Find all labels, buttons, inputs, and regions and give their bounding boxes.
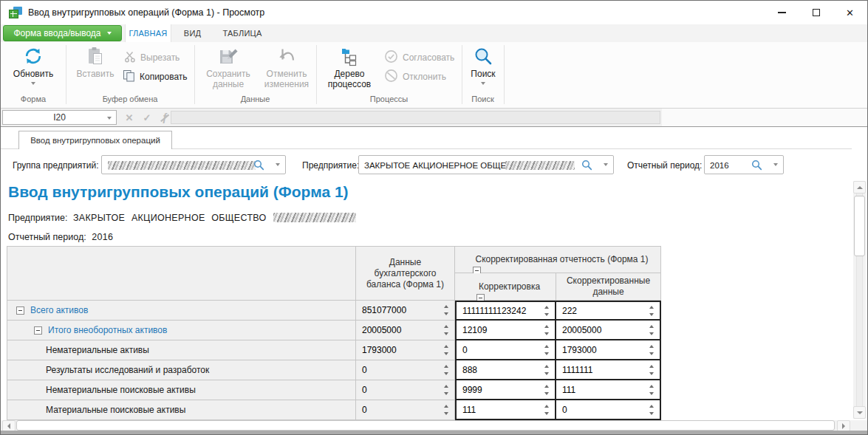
app-menu-button[interactable]: Форма ввода/вывода xyxy=(3,25,122,41)
horizontal-scrollbar[interactable] xyxy=(1,420,867,431)
tab-home[interactable]: ГЛАВНАЯ xyxy=(125,24,171,42)
spinner[interactable] xyxy=(646,400,657,419)
scrollbar-thumb[interactable] xyxy=(854,196,865,256)
scroll-down-button[interactable] xyxy=(853,406,866,419)
correction-cell[interactable]: 888 xyxy=(455,360,556,380)
formula-input[interactable] xyxy=(171,111,660,124)
copy-icon xyxy=(123,69,135,84)
maximize-button[interactable] xyxy=(799,1,833,24)
group-label-search: Поиск xyxy=(462,95,504,103)
table-row: Нематериальные активы 1793000 0 1793000 xyxy=(7,340,661,360)
cancel-entry-button[interactable]: ✕ xyxy=(122,110,137,125)
app-icon xyxy=(9,7,22,18)
base-value-cell: 0 xyxy=(356,400,455,420)
spinner[interactable] xyxy=(441,321,451,340)
lookup-icon[interactable] xyxy=(751,160,762,174)
adjusted-cell[interactable]: 1111111 xyxy=(556,360,661,380)
approve-button[interactable]: Согласовать xyxy=(384,49,454,66)
correction-cell[interactable]: 11111111123242 xyxy=(455,301,556,321)
header-adjusted-group: Скорректированная отчетность (Форма 1) xyxy=(455,247,661,273)
lookup-icon[interactable] xyxy=(581,160,592,174)
confirm-entry-button[interactable]: ✓ xyxy=(140,110,154,125)
sheet-tab[interactable]: Ввод внутригрупповых операций xyxy=(18,131,172,149)
header-right-block: Скорректированная отчетность (Форма 1) К… xyxy=(455,247,661,301)
lookup-icon[interactable] xyxy=(253,160,264,174)
spinner[interactable] xyxy=(541,400,552,419)
period-filter-combo[interactable]: 2016 xyxy=(704,155,784,174)
spinner[interactable] xyxy=(441,400,451,419)
process-tree-icon xyxy=(340,45,359,67)
correction-cell[interactable]: 9999 xyxy=(455,380,556,400)
header-base-data: Данные бухгалтерского баланса (Форма 1) xyxy=(356,247,455,301)
group-label-clipboard: Буфер обмена xyxy=(66,95,194,103)
cut-button[interactable]: Вырезать xyxy=(124,49,180,66)
adjusted-cell[interactable]: 20005000 xyxy=(556,321,661,340)
spinner[interactable] xyxy=(646,321,657,339)
row-label-cell[interactable]: Материальные поисковые активы xyxy=(7,400,356,420)
spinner[interactable] xyxy=(541,360,552,379)
enterprise-line: Предприятие: ЗАКРЫТОЕ АКЦИОНЕРНОЕ ОБЩЕСТ… xyxy=(8,213,356,223)
save-icon xyxy=(218,45,239,67)
scroll-left-button[interactable] xyxy=(2,420,16,431)
check-circle-icon xyxy=(384,49,398,66)
row-label-cell[interactable]: Нематериальные поисковые активы xyxy=(7,380,356,400)
reject-button[interactable]: Отклонить xyxy=(384,69,446,85)
scroll-up-button[interactable] xyxy=(853,181,866,193)
correction-cell[interactable]: 12109 xyxy=(455,321,556,340)
tab-view[interactable]: ВИД xyxy=(171,24,213,42)
triangle-left-icon xyxy=(7,423,10,429)
base-value-cell: 1793000 xyxy=(356,340,455,360)
spinner[interactable] xyxy=(441,340,451,360)
adjusted-cell[interactable]: 111 xyxy=(556,380,661,400)
spinner[interactable] xyxy=(541,380,552,399)
correction-cell[interactable]: 0 xyxy=(455,340,556,360)
group-label-form: Форма xyxy=(1,95,66,103)
row-label-cell[interactable]: Всего активов xyxy=(7,301,356,321)
enterprise-filter-combo[interactable]: ЗАКРЫТОЕ АКЦИОНЕРНОЕ ОБЩЕСТВО xyxy=(358,155,614,174)
row-label-cell[interactable]: Результаты исследований и разработок xyxy=(7,360,356,380)
spinner[interactable] xyxy=(541,340,552,359)
vertical-scrollbar[interactable] xyxy=(853,181,866,419)
base-value-cell: 0 xyxy=(356,360,455,380)
adjusted-cell[interactable]: 1793000 xyxy=(556,340,661,360)
row-label-cell[interactable]: Итого внеоборотных активов xyxy=(7,321,356,340)
correction-cell[interactable]: 111 xyxy=(455,400,556,420)
header-adjusted-data: Скорректированные данные xyxy=(556,273,661,301)
spinner[interactable] xyxy=(441,301,451,320)
spinner[interactable] xyxy=(646,302,657,319)
formula-bar-filler xyxy=(662,109,867,126)
spinner[interactable] xyxy=(441,380,451,400)
window-title: Ввод внутригрупповых операций (Форма 1) … xyxy=(28,7,264,18)
group-filter-combo[interactable] xyxy=(101,155,286,174)
chevron-down-icon[interactable] xyxy=(276,163,280,166)
title-bar: Ввод внутригрупповых операций (Форма 1) … xyxy=(1,1,867,24)
collapse-icon[interactable] xyxy=(16,306,24,315)
grid-header: Данные бухгалтерского баланса (Форма 1) … xyxy=(7,247,661,301)
spinner[interactable] xyxy=(646,380,657,399)
spinner[interactable] xyxy=(441,360,451,380)
adjusted-cell[interactable]: 222 xyxy=(556,301,661,321)
chevron-down-icon[interactable] xyxy=(773,163,778,166)
table-row: Нематериальные поисковые активы 0 9999 1… xyxy=(7,380,661,400)
row-label-cell[interactable]: Нематериальные активы xyxy=(7,340,356,360)
header-row-labels xyxy=(7,247,356,301)
chevron-down-icon[interactable] xyxy=(604,163,608,166)
minimize-button[interactable] xyxy=(765,1,799,24)
collapse-icon[interactable] xyxy=(34,326,42,335)
scroll-right-button[interactable] xyxy=(837,420,850,431)
chevron-down-icon xyxy=(107,32,112,35)
tab-table[interactable]: ТАБЛИЦА xyxy=(213,24,271,42)
close-button[interactable]: ✕ xyxy=(833,1,867,24)
ribbon: Обновить Вставить xyxy=(1,42,867,109)
table-row: Материальные поисковые активы 0 111 0 xyxy=(7,400,661,420)
copy-button[interactable]: Копировать xyxy=(123,69,188,85)
spinner[interactable] xyxy=(541,302,552,319)
insert-function-button[interactable]: ƒ xyxy=(157,110,172,125)
spinner[interactable] xyxy=(541,321,552,339)
adjusted-cell[interactable]: 0 xyxy=(556,400,661,420)
spinner[interactable] xyxy=(646,360,657,379)
scrollbar-thumb[interactable] xyxy=(16,420,835,431)
cell-name-box[interactable]: I20 xyxy=(2,110,117,125)
spinner[interactable] xyxy=(646,340,657,359)
data-grid: Данные бухгалтерского баланса (Форма 1) … xyxy=(7,246,661,423)
